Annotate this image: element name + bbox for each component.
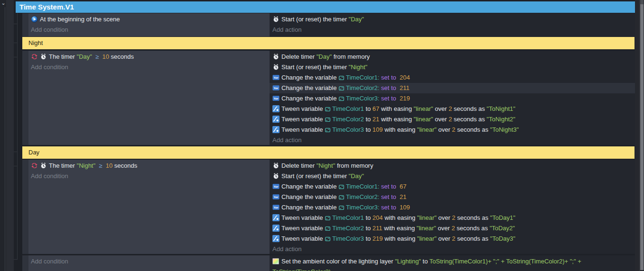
event-drag-handle[interactable] (22, 160, 28, 254)
action-row[interactable]: VarChange the variable TimeColor1: set t… (270, 181, 635, 192)
sentence-part: "ToNight3" (490, 126, 519, 133)
sentence-part: to (364, 126, 373, 133)
condition-row[interactable]: At the beginning of the scene (28, 14, 270, 25)
sentence-part: 10 (102, 53, 109, 60)
action-row[interactable]: Tween variable TimeColor2 to 21 with eas… (270, 114, 635, 125)
action-row[interactable]: VarChange the variable TimeColor2: set t… (270, 192, 635, 202)
sentence-part: 21 (398, 193, 406, 200)
svg-text:Var: Var (273, 206, 278, 209)
conditions-column: The timer "Night" ≥ 10 secondsAdd condit… (28, 160, 270, 254)
comment-day[interactable]: Day (22, 146, 635, 159)
conditions-column: At the beginning of the sceneAdd conditi… (28, 13, 270, 36)
sentence-part: Change the variable (281, 183, 338, 190)
sentence-part: TimeColor1: (346, 74, 379, 81)
refresh-icon (31, 162, 38, 169)
add-condition-button[interactable]: Add condition (28, 62, 270, 72)
sentence-part: TimeColor3 (332, 235, 364, 242)
tree-guide-tick (14, 259, 18, 260)
ambient-icon (272, 258, 280, 265)
condition-row[interactable]: The timer "Day" ≥ 10 seconds (28, 52, 270, 62)
action-row[interactable]: Delete timer "Night" from memory (270, 161, 635, 171)
sentence-part: from memory (332, 53, 370, 60)
varchip-icon (338, 96, 345, 102)
action-row[interactable]: Tween variable TimeColor1 to 204 with ea… (270, 213, 635, 223)
collapse-chevron-icon[interactable]: ⌄ (0, 0, 6, 6)
sentence-part: "Night" (77, 162, 96, 169)
tween-icon (272, 235, 280, 242)
action-row[interactable]: Tween variable TimeColor2 to 211 with ea… (270, 223, 635, 234)
sentence-part: TimeColor3 (332, 126, 364, 133)
sentence-part: TimeColor1: (346, 183, 379, 190)
action-row[interactable]: Tween variable TimeColor1 to 67 with eas… (270, 104, 635, 114)
event-drag-handle[interactable] (22, 13, 28, 36)
sentence-part: over (437, 214, 452, 221)
sentence-part: 2 (452, 235, 455, 242)
sentence-part: to (421, 258, 429, 265)
sentence-part: "ToNight2" (486, 116, 515, 123)
action-row[interactable]: Set the ambient color of the lighting la… (270, 256, 635, 271)
sentence-part: seconds as (456, 214, 490, 221)
svg-text:Var: Var (273, 97, 278, 100)
sentence-part: ≥ (92, 53, 103, 60)
condition-row[interactable]: The timer "Night" ≥ 10 seconds (28, 161, 270, 171)
add-action-button[interactable]: Add action (270, 135, 635, 145)
sentence-part: set to (379, 95, 398, 102)
sentence-part: over (433, 105, 449, 112)
action-row[interactable]: VarChange the variable TimeColor2: set t… (270, 83, 635, 93)
event-drag-handle[interactable] (22, 51, 28, 145)
varchip-icon (338, 194, 345, 200)
add-condition-button[interactable]: Add condition (28, 171, 270, 181)
sentence-part: "Night" (317, 162, 336, 169)
action-row[interactable]: VarChange the variable TimeColor3: set t… (270, 93, 635, 104)
add-condition-button[interactable]: Add condition (28, 256, 270, 267)
action-row[interactable]: Start (or reset) the timer "Day" (270, 171, 635, 181)
varchip-icon (338, 184, 345, 190)
sentence-part: "ToDay1" (490, 214, 515, 221)
conditions-column: The timer "Day" ≥ 10 secondsAdd conditio… (28, 51, 270, 145)
sentence-part: TimeColor2: (346, 84, 379, 91)
sentence-part: Tween variable (281, 225, 325, 232)
actions-column: Delete timer "Day" from memoryStart (or … (270, 51, 635, 145)
sentence-part: over (433, 116, 449, 123)
sentence-part: "Day" (349, 172, 364, 180)
sentence-part: Tween variable (281, 105, 325, 112)
add-condition-button[interactable]: Add condition (28, 25, 270, 35)
sentence-part: to (364, 225, 373, 232)
event-drag-handle[interactable] (22, 255, 28, 271)
sentence-part: set to (379, 183, 398, 190)
scrollbar-thumb[interactable] (640, 1, 644, 270)
sentence-part: Change the variable (281, 193, 338, 200)
comment-night[interactable]: Night (22, 37, 635, 49)
action-row[interactable]: Delete timer "Day" from memory (270, 52, 635, 62)
tree-guide-tick (14, 24, 18, 24)
refresh-icon (31, 53, 38, 60)
action-row[interactable]: VarChange the variable TimeColor3: set t… (270, 202, 635, 213)
action-row[interactable]: Tween variable TimeColor3 to 219 with ea… (270, 234, 635, 244)
add-action-button[interactable]: Add action (270, 25, 635, 35)
action-row[interactable]: Start (or reset) the timer "Day" (270, 14, 635, 25)
varchip-icon (325, 236, 331, 242)
sentence-part: 204 (398, 74, 410, 81)
event-group-header[interactable]: Time System.V1 (16, 1, 635, 13)
action-row[interactable]: Tween variable TimeColor3 to 109 with ea… (270, 125, 635, 135)
varchip-icon (338, 85, 345, 91)
sentence-part: with easing (383, 214, 417, 221)
action-row[interactable]: VarChange the variable TimeColor1: set t… (270, 72, 635, 83)
sentence-part: 21 (373, 116, 379, 123)
action-row[interactable]: Start (or reset) the timer "Night" (270, 62, 635, 72)
tree-guide-tick (14, 43, 18, 43)
group-drag-column (6, 0, 14, 271)
sentence-part: 10 (106, 162, 112, 169)
add-action-button[interactable]: Add action (270, 244, 635, 254)
tree-guide-line (17, 13, 18, 260)
sentence-part: Change the variable (281, 204, 338, 211)
sentence-part: Change the variable (281, 95, 338, 102)
sentence-part: ≥ (95, 162, 106, 169)
varchip-icon (338, 205, 345, 211)
svg-text:Var: Var (273, 195, 278, 199)
event-sheet: ⌄ Time System.V1 At the beginning of the… (0, 0, 644, 271)
sentence-part: "linear" (414, 116, 433, 123)
timer-icon (272, 53, 280, 60)
sentence-part: The timer (49, 162, 77, 169)
sentence-part: "Lighting" (395, 258, 421, 265)
